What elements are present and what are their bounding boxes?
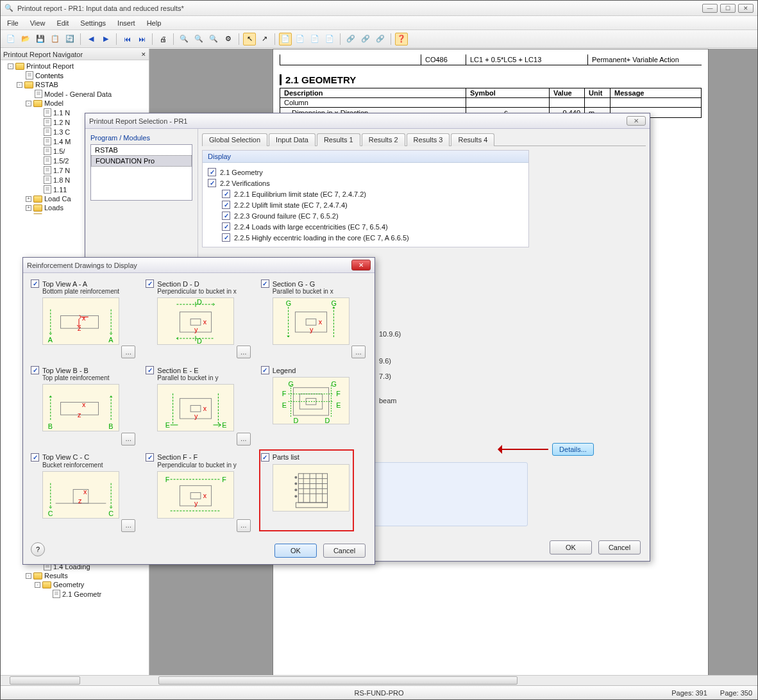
maximize-button[interactable]: ☐ <box>720 4 736 13</box>
tool-new-icon[interactable]: 📄 <box>4 33 17 46</box>
tool-link1-icon[interactable]: 🔗 <box>344 33 357 46</box>
tree-item[interactable]: -RSTAB <box>1 80 149 89</box>
checkbox-icon[interactable]: ✓ <box>31 279 39 288</box>
options-button[interactable]: … <box>121 346 135 358</box>
menu-help[interactable]: Help <box>147 19 162 27</box>
menu-file[interactable]: File <box>7 19 19 27</box>
svg-text:E: E <box>223 421 227 429</box>
checkbox-icon[interactable]: ✓ <box>222 201 230 209</box>
module-item[interactable]: FOUNDATION Pro <box>91 155 192 167</box>
tool-doc1-icon[interactable]: 📄 <box>279 33 292 46</box>
tool-zoom3-icon[interactable]: 🔍 <box>207 33 220 46</box>
cell-title-row[interactable]: ✓Section E - E <box>146 366 251 374</box>
tool-copy-icon[interactable]: 📋 <box>49 33 62 46</box>
options-button[interactable]: … <box>237 346 251 358</box>
tree-item[interactable]: -Geometry <box>1 580 149 589</box>
modules-list[interactable]: RSTAB FOUNDATION Pro <box>90 144 192 201</box>
tab-results1[interactable]: Results 1 <box>317 133 360 146</box>
check-row[interactable]: ✓2.1 Geometry <box>208 167 523 178</box>
check-row[interactable]: ✓2.2 Verifications <box>208 178 523 188</box>
tool-doc4-icon[interactable]: 📄 <box>323 33 336 46</box>
tool-link2-icon[interactable]: 🔗 <box>359 33 372 46</box>
tab-results3[interactable]: Results 3 <box>407 133 450 146</box>
preview-scrollbar[interactable] <box>149 675 757 685</box>
options-button[interactable]: … <box>237 519 251 532</box>
tab-global[interactable]: Global Selection <box>202 133 267 146</box>
cell-title-row[interactable]: ✓Section F - F <box>146 453 251 462</box>
tool-open-icon[interactable]: 📂 <box>19 33 32 46</box>
check-row[interactable]: ✓2.2.2 Uplift limit state (EC 7, 2.4.7.4… <box>208 199 523 210</box>
ok-button[interactable]: OK <box>550 540 592 554</box>
tree-item[interactable]: 2.1 Geometr <box>1 589 149 599</box>
tree-item[interactable]: Contents <box>1 71 149 80</box>
cancel-button[interactable]: Cancel <box>323 544 366 558</box>
close-button[interactable]: ✕ <box>738 4 754 13</box>
dialog-close-icon[interactable]: ✕ <box>351 260 371 271</box>
tool-link3-icon[interactable]: 🔗 <box>374 33 387 46</box>
options-button[interactable]: … <box>237 433 251 446</box>
tree-item[interactable]: -Model <box>1 99 149 108</box>
checkbox-icon[interactable]: ✓ <box>222 212 230 220</box>
cancel-button[interactable]: Cancel <box>598 540 641 554</box>
tool-last-icon[interactable]: ⏭ <box>135 33 148 46</box>
module-item[interactable]: RSTAB <box>91 145 192 155</box>
checkbox-icon[interactable]: ✓ <box>208 168 216 176</box>
tab-results4[interactable]: Results 4 <box>451 133 494 146</box>
checkbox-icon[interactable]: ✓ <box>31 453 39 462</box>
tool-doc3-icon[interactable]: 📄 <box>308 33 321 46</box>
checkbox-icon[interactable]: ✓ <box>146 453 154 462</box>
dialog-close-icon[interactable]: ✕ <box>627 116 646 126</box>
details-button[interactable]: Details... <box>552 443 594 456</box>
tree-item[interactable]: -Printout Report <box>1 62 149 71</box>
ok-button[interactable]: OK <box>274 544 317 558</box>
menu-view[interactable]: View <box>30 19 46 27</box>
checkbox-icon[interactable]: ✓ <box>261 279 269 288</box>
checkbox-icon[interactable]: ✓ <box>222 190 230 198</box>
check-row[interactable]: ✓2.2.5 Highly eccentric loading in the c… <box>208 232 523 243</box>
cell-title-row[interactable]: ✓Top View B - B <box>31 366 137 374</box>
tool-next-icon[interactable]: ▶ <box>99 33 112 46</box>
checkbox-icon[interactable]: ✓ <box>146 279 154 288</box>
options-button[interactable]: … <box>121 433 135 446</box>
cell-title-row[interactable]: ✓Top View C - C <box>31 453 137 462</box>
partial-text: 10.9.6) 9.6) 7.3) beam <box>379 289 401 407</box>
thumbnail: xyDD <box>157 297 234 345</box>
tool-settings-icon[interactable]: ⚙ <box>222 33 235 46</box>
tab-results2[interactable]: Results 2 <box>362 133 405 146</box>
check-row[interactable]: ✓2.2.3 Ground failure (EC 7, 6.5.2) <box>208 210 523 221</box>
menu-insert[interactable]: Insert <box>117 19 135 27</box>
tree-item[interactable]: Model - General Data <box>1 89 149 99</box>
checkbox-icon[interactable]: ✓ <box>222 222 230 231</box>
check-row[interactable]: ✓2.2.1 Equilibrium limit state (EC 7, 2.… <box>208 188 523 199</box>
tool-select-icon[interactable]: ↖ <box>243 33 256 46</box>
tab-input[interactable]: Input Data <box>269 133 316 146</box>
tool-zoom2-icon[interactable]: 🔍 <box>192 33 205 46</box>
checkbox-icon[interactable]: ✓ <box>208 179 216 187</box>
tool-save-icon[interactable]: 💾 <box>34 33 47 46</box>
menu-settings[interactable]: Settings <box>80 19 106 27</box>
check-row[interactable]: ✓2.2.4 Loads with large eccentricities (… <box>208 221 523 232</box>
tool-first-icon[interactable]: ⏮ <box>121 33 133 46</box>
checkbox-icon[interactable]: ✓ <box>261 366 269 374</box>
cell-title-row[interactable]: ✓Legend <box>261 366 367 374</box>
tool-pointer-icon[interactable]: ↗ <box>258 33 271 46</box>
help-icon[interactable]: ? <box>31 542 45 556</box>
tool-print-icon[interactable]: 🖨 <box>156 33 169 46</box>
minimize-button[interactable]: — <box>702 4 718 13</box>
cell-title-row[interactable]: ✓Section D - D <box>146 279 251 288</box>
cell-title-row[interactable]: ✓Section G - G <box>261 279 367 288</box>
checkbox-icon[interactable]: ✓ <box>222 233 230 242</box>
tool-help-icon[interactable]: ❓ <box>395 33 408 46</box>
navigator-close-icon[interactable]: ✕ <box>141 51 146 58</box>
tree-item[interactable]: -Results <box>1 571 149 580</box>
checkbox-icon[interactable]: ✓ <box>31 366 39 374</box>
tool-refresh-icon[interactable]: 🔄 <box>63 33 76 46</box>
checkbox-icon[interactable]: ✓ <box>146 366 154 374</box>
tool-prev-icon[interactable]: ◀ <box>85 33 97 46</box>
menu-edit[interactable]: Edit <box>56 19 69 27</box>
tool-zoom1-icon[interactable]: 🔍 <box>178 33 190 46</box>
tool-doc2-icon[interactable]: 📄 <box>294 33 307 46</box>
options-button[interactable]: … <box>121 519 135 532</box>
options-button[interactable]: … <box>351 346 366 358</box>
cell-title-row[interactable]: ✓Top View A - A <box>31 279 137 288</box>
